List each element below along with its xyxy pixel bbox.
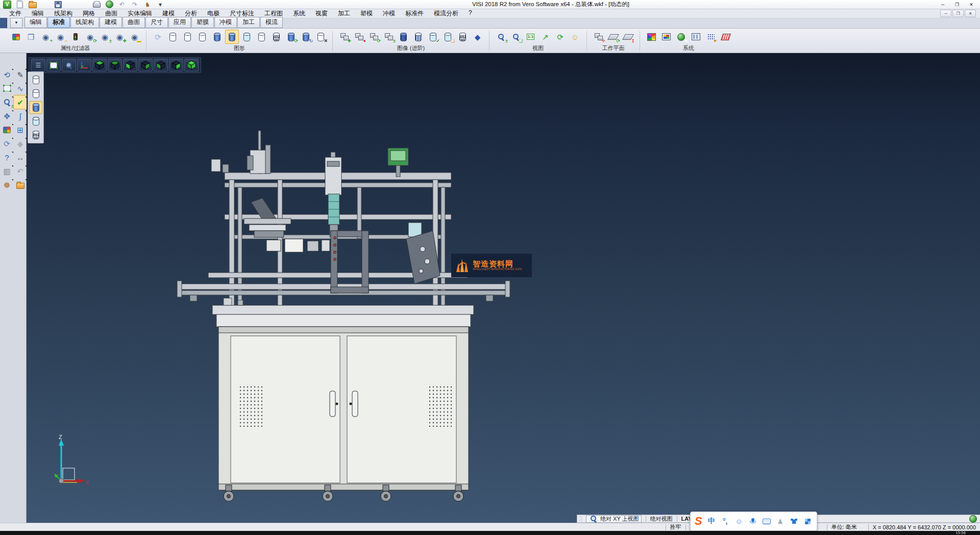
display-settings-icon[interactable]: [659, 30, 673, 44]
viewport-3d[interactable]: ☰: [27, 53, 980, 523]
workplane-axes-icon[interactable]: ✛: [592, 30, 605, 44]
tab-编辑[interactable]: 编辑: [24, 17, 47, 28]
ime-toolbox-key[interactable]: [803, 516, 813, 526]
tab-应用[interactable]: 应用: [168, 17, 191, 28]
help-icon[interactable]: ?: [0, 150, 14, 164]
zoom-window-side-icon[interactable]: [0, 81, 14, 95]
zoom-all-icon[interactable]: [64, 61, 74, 70]
navigation-wheel-icon[interactable]: ☸: [0, 178, 14, 192]
tab-尺寸[interactable]: 尺寸: [145, 17, 168, 28]
axis-origin-icon[interactable]: [77, 59, 91, 71]
tab-建模[interactable]: 建模: [100, 17, 122, 28]
display-wireframe-icon[interactable]: [29, 74, 42, 86]
shade-cube-icon[interactable]: ◆: [13, 136, 27, 151]
menu-item-16[interactable]: 冲模: [378, 9, 400, 18]
shade-mode-icon[interactable]: ◆: [471, 30, 484, 44]
save-icon[interactable]: [53, 0, 63, 9]
menu-item-14[interactable]: 加工: [333, 9, 355, 18]
redo-icon[interactable]: ↷: [130, 0, 140, 9]
erase-entity-icon[interactable]: ✎: [13, 67, 27, 82]
doc-minimize-button[interactable]: ─: [940, 10, 951, 17]
edit-spline-icon[interactable]: ∫: [13, 109, 27, 123]
ime-emoji-key[interactable]: ☺: [734, 516, 744, 526]
compare-icon[interactable]: ♞: [142, 0, 153, 9]
print-preview-icon[interactable]: [104, 0, 114, 9]
system-settings-icon[interactable]: ✶: [674, 30, 688, 44]
undo-sidebar-icon[interactable]: ↶: [13, 164, 27, 178]
view-back-cube-icon[interactable]: [138, 59, 153, 71]
menu-item-13[interactable]: 视窗: [310, 9, 333, 18]
view-orientation-icon[interactable]: ☺: [568, 30, 582, 44]
tab-冲模[interactable]: 冲模: [214, 17, 237, 28]
solids-plus-minus-icon[interactable]: ±: [382, 30, 396, 44]
zoom-dynamic-icon[interactable]: ±: [0, 95, 14, 109]
copy-layer-icon[interactable]: ❏: [441, 30, 455, 44]
hide-entities-icon[interactable]: ◉▬: [128, 30, 141, 44]
tab-塑膜[interactable]: 塑膜: [191, 17, 214, 28]
ime-mode-key[interactable]: 中: [707, 516, 716, 526]
ime-voice-key[interactable]: [748, 516, 757, 526]
menu-item-17[interactable]: 标准件: [400, 9, 429, 18]
layer-style-solid-active-icon[interactable]: [225, 30, 239, 44]
doc-restore-button[interactable]: ❐: [952, 10, 964, 17]
zoom-all-icon[interactable]: [62, 59, 76, 71]
workplane-align-icon[interactable]: ↥: [621, 30, 635, 44]
view-isometric-cube-icon[interactable]: [184, 59, 199, 71]
filter-add-icon[interactable]: ◉+: [39, 30, 53, 44]
show-entities-icon[interactable]: ◉✚: [113, 30, 127, 44]
hatched-layer-icon[interactable]: [456, 30, 470, 44]
menu-item-18[interactable]: 模流分析: [429, 9, 463, 18]
workplane-rotate-icon[interactable]: ⟳: [606, 30, 620, 44]
grid-display-icon[interactable]: [719, 30, 732, 44]
display-shaded-edges-icon[interactable]: [29, 115, 42, 128]
absolute-view-button[interactable]: 绝对视图: [650, 515, 673, 523]
tabbar-dropdown-button[interactable]: ▼: [10, 18, 22, 28]
filter-refresh-icon[interactable]: ◉⟳: [83, 30, 97, 44]
new-file-icon[interactable]: [15, 0, 25, 9]
copy-attributes-icon[interactable]: ❐: [24, 30, 38, 44]
toolbar-options-caret-icon[interactable]: ▾: [155, 0, 165, 9]
online-globe-icon[interactable]: [969, 515, 977, 523]
view-indicator[interactable]: 绝对 XY 上视图: [586, 515, 642, 523]
solids-traffic-icon[interactable]: ●: [352, 30, 366, 44]
layer-style-outline-3-icon[interactable]: [195, 30, 209, 44]
tab-加工[interactable]: 加工: [237, 17, 260, 28]
open-project-icon[interactable]: [13, 178, 27, 192]
ime-logo-icon[interactable]: S: [695, 516, 702, 527]
layer-style-outline-1-icon[interactable]: [166, 30, 180, 44]
rotate-view-icon[interactable]: ⟳: [553, 30, 567, 44]
regenerate-icon[interactable]: ⟳: [0, 136, 14, 151]
view-front-cube-icon[interactable]: [123, 59, 137, 71]
layer-settings-icon[interactable]: ✖: [314, 30, 328, 44]
ime-wardrobe-key[interactable]: [790, 516, 799, 526]
zoom-actual-icon[interactable]: 1:1: [524, 30, 537, 44]
solids-refresh-icon[interactable]: ⟳: [367, 30, 381, 44]
measure-distance-icon[interactable]: ↔: [13, 150, 27, 164]
axis-origin-icon[interactable]: [79, 61, 89, 70]
confirm-icon[interactable]: ✔: [13, 95, 27, 109]
close-button[interactable]: ✕: [965, 1, 978, 8]
import-file-icon[interactable]: [40, 0, 51, 9]
layer-restore-icon[interactable]: ↻: [299, 30, 313, 44]
toolbar-grip[interactable]: [579, 516, 582, 522]
windows-taskbar[interactable]: 15:58: [0, 531, 980, 535]
tab-标准[interactable]: 标准: [47, 17, 70, 28]
display-hatched-icon[interactable]: [29, 129, 42, 141]
filter-remove-icon[interactable]: ◉−: [54, 30, 67, 44]
ime-punctuation-key[interactable]: °,: [721, 516, 730, 526]
validate-layer-icon[interactable]: ✔: [426, 30, 440, 44]
save-all-icon[interactable]: [79, 0, 89, 9]
tab-曲面[interactable]: 曲面: [122, 17, 145, 28]
sketch-curve-icon[interactable]: ∿: [13, 81, 27, 95]
zoom-window-icon[interactable]: ❏: [509, 30, 523, 44]
view-right-cube-icon[interactable]: [169, 59, 183, 71]
zoom-previous-icon[interactable]: ±: [494, 30, 508, 44]
modify-attributes-icon[interactable]: [9, 30, 23, 44]
layer-style-ghost-icon[interactable]: [255, 30, 268, 44]
layer-style-hatched-icon[interactable]: [270, 30, 283, 44]
snap-grid-icon[interactable]: ☛: [704, 30, 718, 44]
striped-layer-icon[interactable]: [411, 30, 425, 44]
cad-model[interactable]: [153, 128, 521, 510]
display-hidden-line-icon[interactable]: [29, 87, 42, 100]
window-config-icon[interactable]: [689, 30, 703, 44]
